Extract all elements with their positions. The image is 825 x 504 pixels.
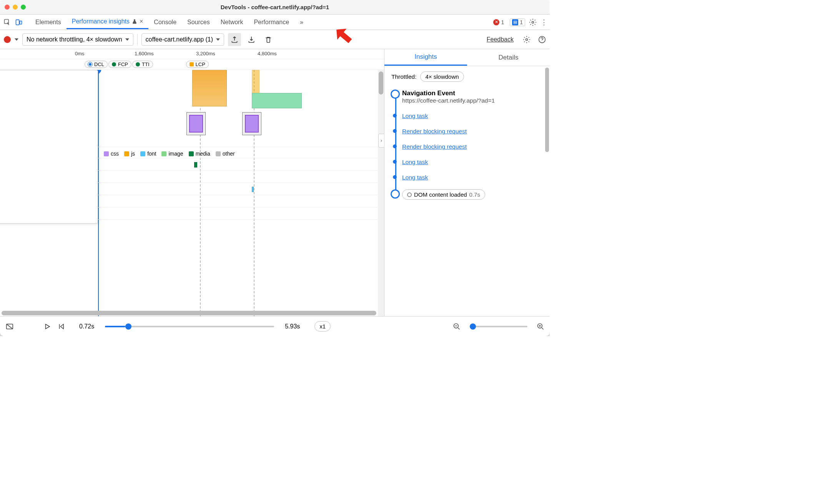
message-icon: ▤	[512, 19, 518, 25]
tab-performance[interactable]: Performance	[248, 16, 294, 29]
insight-dcl-time: 0.7s	[469, 191, 480, 198]
insight-link[interactable]: Long task	[402, 159, 428, 165]
insight-navigation[interactable]: Navigation Event https://coffee-cart.net…	[402, 90, 543, 104]
insights-toolbar: No network throttling, 4× slowdown coffe…	[0, 30, 550, 49]
play-icon[interactable]	[44, 323, 51, 330]
import-button[interactable]	[245, 33, 258, 46]
window-title: DevTools - coffee-cart.netlify.app/?ad=1	[0, 4, 550, 10]
legend-css: css	[104, 151, 119, 157]
sidepanel-body[interactable]: Throttled: 4× slowdown Navigation Event …	[384, 66, 550, 316]
insight-item[interactable]: Render blocking request	[402, 143, 543, 150]
flask-icon	[132, 19, 137, 24]
feedback-link[interactable]: Feedback	[487, 36, 514, 43]
tab-details[interactable]: Details	[467, 49, 550, 66]
sidepanel-tabs: Insights Details	[384, 49, 550, 66]
expand-sidepanel-icon[interactable]: ›	[378, 134, 384, 148]
zoom-in-icon[interactable]	[537, 323, 544, 330]
vertical-scrollbar[interactable]	[378, 70, 384, 316]
marker-tti[interactable]: TTI	[132, 61, 153, 68]
devtools-tabbar: Elements Performance insights × Console …	[0, 15, 550, 30]
recording-select[interactable]: coffee-cart.netlify.app (1)	[141, 33, 225, 46]
speed-chip[interactable]: x1	[314, 321, 331, 332]
insight-dcl[interactable]: DOM content loaded 0.7s	[402, 189, 543, 200]
insight-title: Navigation Event	[402, 90, 543, 97]
timeline-block[interactable]	[252, 93, 302, 108]
tab-performance-insights-label: Performance insights	[72, 18, 130, 25]
zoom-slider[interactable]	[470, 326, 527, 327]
insight-dcl-label: DOM content loaded	[414, 191, 467, 198]
close-tab-icon[interactable]: ×	[140, 18, 143, 25]
titlebar: DevTools - coffee-cart.netlify.app/?ad=1	[0, 0, 550, 15]
legend: css js font image media other	[104, 151, 235, 157]
export-button[interactable]	[228, 33, 241, 46]
marker-lcp[interactable]: LCP	[186, 61, 209, 68]
sidepanel-scrollbar[interactable]	[545, 68, 549, 152]
record-button[interactable]	[4, 36, 11, 43]
ruler-tick: 3,200ms	[196, 51, 215, 56]
ruler-tick: 4,800ms	[258, 51, 277, 56]
messages-count: 1	[520, 19, 523, 25]
screenshot-thumb[interactable]	[186, 112, 206, 135]
tab-network[interactable]: Network	[215, 16, 249, 29]
tab-insights[interactable]: Insights	[384, 49, 467, 66]
legend-media: media	[189, 151, 210, 157]
recording-select-label: coffee-cart.netlify.app (1)	[146, 36, 213, 43]
insights-sidepanel: Insights Details Throttled: 4× slowdown …	[384, 49, 550, 316]
errors-count: 1	[501, 19, 504, 25]
help-icon[interactable]	[538, 36, 546, 43]
chevron-down-icon	[216, 38, 220, 41]
error-icon: ✕	[493, 19, 499, 25]
svg-point-3	[532, 21, 534, 23]
panel-settings-icon[interactable]	[523, 36, 531, 43]
zoom-out-icon[interactable]	[453, 323, 461, 330]
throttled-chip[interactable]: 4× slowdown	[420, 71, 464, 82]
svg-rect-2	[20, 21, 22, 24]
insight-item[interactable]: Long task	[402, 174, 543, 181]
insight-item[interactable]: Long task	[402, 159, 543, 166]
time-slider[interactable]	[105, 326, 274, 327]
insight-link[interactable]: Render blocking request	[402, 143, 467, 150]
throttled-label: Throttled:	[391, 73, 416, 80]
tab-console[interactable]: Console	[148, 16, 182, 29]
kebab-menu-icon[interactable]: ⋮	[541, 18, 547, 27]
svg-rect-1	[16, 20, 19, 25]
screenshot-thumb[interactable]	[242, 112, 261, 135]
ruler-tick: 0ms	[75, 51, 85, 56]
settings-icon[interactable]	[529, 18, 537, 26]
insight-link[interactable]: Render blocking request	[402, 128, 467, 134]
delete-button[interactable]	[262, 33, 275, 46]
insight-item[interactable]: Long task	[402, 113, 543, 119]
timeline-block[interactable]	[192, 70, 227, 106]
horizontal-scrollbar[interactable]	[2, 311, 376, 315]
metric-markers: DCL FCP TTI LCP	[0, 59, 384, 70]
timeline-panel[interactable]: 0ms 1,600ms 3,200ms 4,800ms DCL FCP TTI …	[0, 49, 384, 316]
devtools-window: DevTools - coffee-cart.netlify.app/?ad=1…	[0, 0, 550, 336]
insights-timeline: Navigation Event https://coffee-cart.net…	[391, 90, 543, 200]
toggle-screenshots-icon[interactable]	[5, 322, 14, 331]
main-area: 0ms 1,600ms 3,200ms 4,800ms DCL FCP TTI …	[0, 49, 550, 316]
filmstrip-popover	[0, 70, 98, 224]
insight-link[interactable]: Long task	[402, 113, 428, 119]
chevron-down-icon	[125, 38, 129, 41]
current-time: 0.72s	[79, 323, 94, 330]
record-menu-caret[interactable]	[15, 38, 18, 41]
throttling-select[interactable]: No network throttling, 4× slowdown	[22, 33, 133, 46]
tab-performance-insights[interactable]: Performance insights ×	[67, 15, 149, 29]
track-area[interactable]: css js font image media other	[0, 70, 384, 316]
end-time: 5.93s	[285, 323, 300, 330]
messages-badge[interactable]: ▤1	[510, 18, 525, 26]
errors-badge[interactable]: ✕1	[491, 19, 506, 26]
marker-fcp[interactable]: FCP	[108, 61, 131, 68]
tab-elements[interactable]: Elements	[30, 16, 67, 29]
tab-sources[interactable]: Sources	[182, 16, 215, 29]
marker-dcl[interactable]: DCL	[85, 61, 108, 68]
throttling-select-label: No network throttling, 4× slowdown	[27, 36, 122, 43]
time-ruler[interactable]: 0ms 1,600ms 3,200ms 4,800ms	[0, 49, 384, 59]
legend-other: other	[216, 151, 235, 157]
insight-item[interactable]: Render blocking request	[402, 128, 543, 135]
more-tabs-button[interactable]: »	[294, 16, 309, 29]
device-toolbar-icon[interactable]	[14, 17, 24, 27]
inspect-element-icon[interactable]	[2, 17, 12, 27]
insight-link[interactable]: Long task	[402, 174, 428, 181]
rewind-icon[interactable]	[58, 323, 65, 330]
